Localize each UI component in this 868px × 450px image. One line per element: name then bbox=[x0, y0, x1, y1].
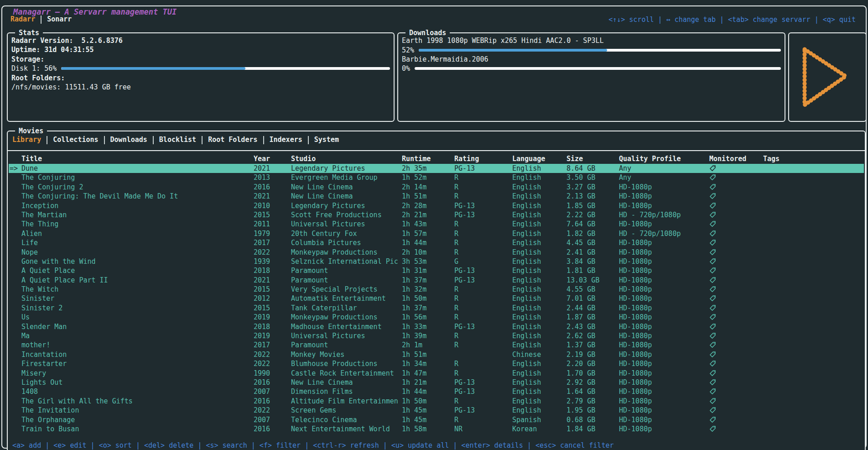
cell-rating: PG-13 bbox=[454, 164, 512, 173]
tag-icon bbox=[709, 314, 716, 320]
table-row[interactable]: Life 2017 Columbia Pictures 1h 44m R Eng… bbox=[9, 238, 864, 247]
row-selection-prefix bbox=[9, 201, 21, 210]
table-row[interactable]: The Girl with All the Gifts 2016 Altitud… bbox=[9, 397, 864, 406]
table-row[interactable]: The Thing 2011 Universal Pictures 1h 43m… bbox=[9, 220, 864, 229]
cell-runtime: 1h 50m bbox=[402, 397, 454, 406]
movies-tab-system[interactable]: System bbox=[314, 135, 339, 145]
cell-quality-profile: HD-1080p bbox=[619, 294, 709, 303]
table-row[interactable]: Sinister 2 2015 Tank Caterpillar 1h 37m … bbox=[9, 303, 864, 313]
cell-studio: Altitude Film Entertainmen bbox=[291, 397, 402, 406]
tag-icon bbox=[709, 416, 716, 423]
cell-studio: Legendary Pictures bbox=[291, 201, 402, 210]
table-row[interactable]: The Witch 2015 Very Special Projects 1h … bbox=[9, 285, 864, 294]
tag-icon bbox=[709, 398, 716, 404]
cell-quality-profile: HD-1080p bbox=[619, 220, 709, 229]
cell-year: 2013 bbox=[254, 173, 291, 182]
cell-quality-profile: HD-1080p bbox=[619, 340, 709, 350]
movies-tab-blocklist[interactable]: Blocklist bbox=[159, 135, 196, 145]
cell-monitored bbox=[709, 303, 763, 313]
servarr-tab-sonarr[interactable]: Sonarr bbox=[47, 15, 72, 24]
table-row[interactable]: The Orphanage 2007 Telecinco Cinema 1h 4… bbox=[9, 415, 864, 424]
table-row[interactable]: A Quiet Place 2018 Paramount 1h 31m PG-1… bbox=[9, 266, 864, 275]
movies-tab-downloads[interactable]: Downloads bbox=[110, 135, 147, 145]
cell-rating: PG-13 bbox=[454, 406, 512, 415]
table-row[interactable]: Gone with the Wind 1939 Selznick Interna… bbox=[9, 257, 864, 266]
row-selection-prefix bbox=[9, 322, 21, 331]
cell-title: Sinister bbox=[21, 294, 254, 303]
cell-year: 1979 bbox=[254, 229, 291, 238]
table-row[interactable]: Nope 2022 Monkeypaw Productions 2h 10m R… bbox=[9, 248, 864, 257]
movies-tab-library[interactable]: Library bbox=[12, 135, 41, 145]
disk-usage-gauge: Disk 1: 56% bbox=[11, 64, 390, 73]
cell-language: English bbox=[512, 229, 567, 238]
movies-tab-root-folders[interactable]: Root Folders bbox=[208, 135, 257, 145]
table-row[interactable]: mother! 2017 Paramount 2h 1m R English 1… bbox=[9, 340, 864, 350]
cell-size: 2.92 GB bbox=[567, 378, 619, 387]
cell-runtime: 1h 37m bbox=[402, 303, 454, 313]
table-row[interactable]: Inception 2010 Legendary Pictures 2h 28m… bbox=[9, 201, 864, 210]
cell-size: 2.20 GB bbox=[567, 359, 619, 368]
cell-monitored bbox=[709, 331, 763, 340]
cell-monitored bbox=[709, 369, 763, 378]
servarr-tab-radarr[interactable]: Radarr bbox=[10, 15, 35, 24]
cell-rating: R bbox=[454, 173, 512, 182]
table-row[interactable]: The Conjuring 2 2016 New Line Cinema 2h … bbox=[9, 183, 864, 192]
download-progress-track bbox=[415, 67, 781, 70]
cell-quality-profile: Any bbox=[619, 173, 709, 182]
cell-tags bbox=[763, 238, 864, 247]
cell-monitored bbox=[709, 248, 763, 257]
row-selection-prefix bbox=[9, 183, 21, 192]
table-row[interactable]: Firestarter 2022 Blumhouse Productions 1… bbox=[9, 359, 864, 368]
table-row[interactable]: Incantation 2022 Monkey Movies 1h 51m Ch… bbox=[9, 350, 864, 359]
logo-panel bbox=[788, 32, 867, 122]
table-row[interactable]: Slender Man 2018 Madhouse Entertainment … bbox=[9, 322, 864, 331]
disk-usage-track bbox=[61, 67, 390, 70]
col-size: Size bbox=[567, 154, 619, 164]
cell-studio: Screen Gems bbox=[291, 406, 402, 415]
table-row[interactable]: The Conjuring 2013 Evergreen Media Group… bbox=[9, 173, 864, 182]
table-row[interactable]: Sinister 2012 Automatik Entertainment 1h… bbox=[9, 294, 864, 303]
col-rating: Rating bbox=[454, 154, 512, 164]
cell-rating: R bbox=[454, 192, 512, 201]
table-row[interactable]: A Quiet Place Part II 2021 Paramount 1h … bbox=[9, 276, 864, 285]
col-language: Language bbox=[512, 154, 567, 164]
table-row[interactable]: Ma 2019 Universal Pictures 1h 39m R Engl… bbox=[9, 331, 864, 340]
cell-studio: Columbia Pictures bbox=[291, 238, 402, 247]
movies-tab-indexers[interactable]: Indexers bbox=[270, 135, 302, 145]
table-row[interactable]: Alien 1979 20th Century Fox 1h 57m R Eng… bbox=[9, 229, 864, 238]
download-title: Earth 1998 1080p WEBRip x265 Hindi AAC2.… bbox=[402, 36, 781, 45]
movies-tab-collections[interactable]: Collections bbox=[53, 135, 98, 145]
downloads-panel-title: Downloads bbox=[405, 28, 450, 37]
cell-studio: Madhouse Entertainment bbox=[291, 322, 402, 331]
cell-quality-profile: HD-1080p bbox=[619, 201, 709, 210]
cell-title: The Thing bbox=[21, 220, 254, 229]
cell-tags bbox=[763, 369, 864, 378]
table-row[interactable]: => Dune 2021 Legendary Pictures 2h 35m P… bbox=[9, 164, 864, 173]
tag-icon bbox=[709, 323, 716, 330]
table-row[interactable]: Us 2019 Monkeypaw Productions 1h 56m R E… bbox=[9, 313, 864, 322]
table-row[interactable]: Misery 1990 Castle Rock Entertainment 1h… bbox=[9, 369, 864, 378]
cell-studio: Telecinco Cinema bbox=[291, 415, 402, 424]
table-row[interactable]: The Conjuring: The Devil Made Me Do It 2… bbox=[9, 192, 864, 201]
cell-studio: Blumhouse Productions bbox=[291, 359, 402, 368]
cell-year: 2021 bbox=[254, 276, 291, 285]
cell-size: 2.79 GB bbox=[567, 397, 619, 406]
cell-studio: Castle Rock Entertainment bbox=[291, 369, 402, 378]
table-row[interactable]: 1408 2007 Dimension Films 1h 44m PG-13 E… bbox=[9, 387, 864, 396]
table-row[interactable]: The Invitation 2022 Screen Gems 1h 45m P… bbox=[9, 406, 864, 415]
cell-studio: Next Entertainment World bbox=[291, 424, 402, 434]
cell-year: 2015 bbox=[254, 285, 291, 294]
table-row[interactable]: Train to Busan 2016 Next Entertainment W… bbox=[9, 424, 864, 434]
cell-studio: New Line Cinema bbox=[291, 192, 402, 201]
download-percent-label: 52% bbox=[402, 46, 414, 54]
table-row[interactable]: Lights Out 2016 New Line Cinema 1h 21m P… bbox=[9, 378, 864, 387]
table-row[interactable]: The Martian 2015 Scott Free Productions … bbox=[9, 210, 864, 220]
row-selection-prefix bbox=[9, 210, 21, 220]
cell-runtime: 1h 31m bbox=[402, 266, 454, 275]
tab-separator bbox=[47, 136, 47, 144]
cell-title: Us bbox=[21, 313, 254, 322]
cell-title: Inception bbox=[21, 201, 254, 210]
tag-icon bbox=[709, 332, 716, 339]
tag-icon bbox=[709, 202, 716, 209]
cell-size: 2.41 GB bbox=[567, 248, 619, 257]
